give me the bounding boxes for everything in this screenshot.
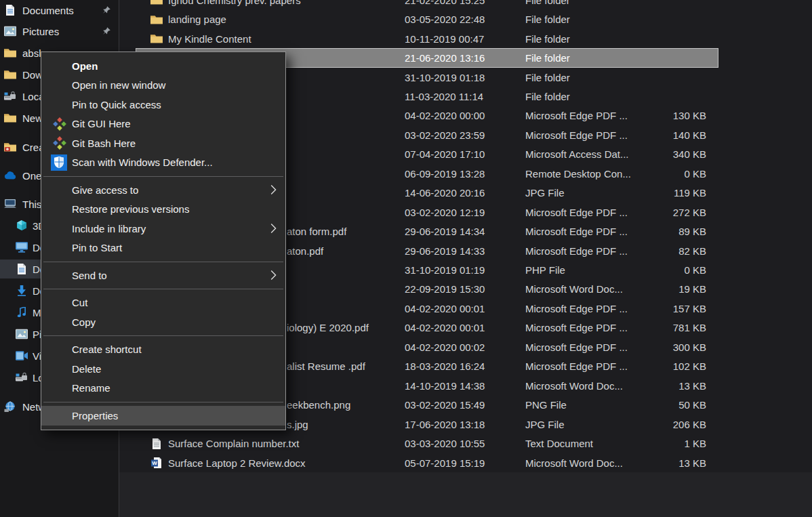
sidebar-item-label: Pictures [22,26,59,37]
file-name: aton.pdf [287,241,323,260]
file-date-modified: 07-04-2020 17:10 [405,145,485,164]
file-type: Microsoft Edge PDF ... [525,106,628,125]
word-icon: W [150,453,164,472]
folder-icon [150,9,164,28]
menu-item-label: Cut [72,297,87,308]
menu-item-restore-previous-versions[interactable]: Restore previous versions [41,200,285,220]
file-size: 1 KB [641,434,706,453]
file-date-modified: 04-02-2020 00:01 [405,318,485,337]
menu-item-git-bash-here[interactable]: Git Bash Here [41,133,285,153]
file-date-modified: 14-10-2019 14:38 [405,376,485,395]
file-date-modified: 04-02-2020 00:02 [405,337,485,356]
chevron-right-icon [270,184,277,195]
menu-separator [41,332,285,340]
sidebar-item-label: Dow [22,69,43,81]
video-icon [15,349,28,363]
file-type: PHP File [525,260,565,279]
file-row[interactable]: Ignou Chemistry prev. papers21-02-2020 1… [119,0,812,9]
file-name: aton form.pdf [287,222,346,241]
this-pc-icon [3,197,17,211]
menu-item-label: Properties [72,410,118,421]
menu-item-label: Pin to Start [72,242,122,253]
file-date-modified: 11-03-2020 11:14 [405,87,483,106]
file-size: 340 KB [641,145,706,164]
file-name: Surface Complain number.txt [168,434,299,453]
file-date-modified: 03-02-2020 15:49 [405,395,485,414]
file-name: My Kindle Content [168,29,251,48]
pin-icon [102,5,111,15]
menu-item-create-shortcut[interactable]: Create shortcut [41,340,285,360]
menu-item-label: Pin to Quick access [72,99,161,110]
menu-separator [41,398,285,406]
menu-item-label: Rename [72,382,110,394]
menu-item-send-to[interactable]: Send to [41,266,285,285]
file-type: Text Document [525,434,593,453]
file-date-modified: 03-05-2020 22:48 [405,9,485,28]
menu-item-delete[interactable]: Delete [41,359,285,379]
file-type: Microsoft Edge PDF ... [525,222,628,241]
file-date-modified: 04-02-2020 00:01 [405,299,485,318]
menu-item-copy[interactable]: Copy [41,312,285,332]
file-name: Surface Laptop 2 Review.docx [168,453,306,472]
file-type: Microsoft Word Doc... [525,280,623,299]
menu-item-label: Scan with Windows Defender... [72,157,213,168]
menu-item-open-in-new-window[interactable]: Open in new window [41,76,285,96]
menu-item-scan-with-windows-defender[interactable]: Scan with Windows Defender... [41,153,285,173]
menu-item-label: Delete [72,363,101,375]
menu-item-label: Copy [72,316,96,328]
folder-icon [3,111,17,125]
menu-item-git-gui-here[interactable]: Git GUI Here [41,115,285,134]
menu-item-properties[interactable]: Properties [41,406,285,426]
menu-item-label: Include in library [72,223,146,234]
file-type: Microsoft Edge PDF ... [525,203,628,222]
file-type: File folder [525,9,570,28]
chevron-right-icon [270,270,277,281]
file-size: 13 KB [641,453,706,472]
file-size: 13 KB [641,376,706,395]
menu-item-include-in-library[interactable]: Include in library [41,219,285,239]
pictures-icon [3,24,17,38]
menu-item-label: Give access to [72,184,138,196]
file-date-modified: 06-09-2019 13:28 [405,164,485,183]
file-row[interactable]: landing page03-05-2020 22:48File folder [119,9,812,28]
menu-item-pin-to-quick-access[interactable]: Pin to Quick access [41,95,285,115]
documents-icon [15,262,28,276]
file-type: File folder [525,48,570,67]
folder-badge-icon [3,140,17,154]
file-name: alist Resume .pdf [287,357,365,376]
file-date-modified: 03-02-2020 12:19 [405,203,485,222]
folder-icon [150,29,164,48]
file-date-modified: 21-06-2020 13:16 [405,48,485,67]
file-type: Microsoft Edge PDF ... [525,357,628,376]
svg-text:W: W [152,460,157,466]
menu-separator [41,257,285,266]
file-type: Microsoft Word Doc... [525,376,623,395]
menu-item-rename[interactable]: Rename [41,379,285,398]
menu-item-label: Restore previous versions [72,203,189,215]
file-size: 157 KB [641,299,706,318]
file-size: 206 KB [641,415,706,434]
menu-item-open[interactable]: Open [41,56,285,76]
file-row[interactable]: WSurface Laptop 2 Review.docx05-07-2019 … [119,453,812,472]
file-size: 82 KB [641,241,706,260]
file-type: Microsoft Edge PDF ... [525,299,628,318]
file-row[interactable]: My Kindle Content10-11-2019 00:47File fo… [119,29,812,48]
menu-item-give-access-to[interactable]: Give access to [41,180,285,200]
sidebar-item-label: Documents [22,5,74,16]
sidebar-item-documents-pinned[interactable]: Documents [0,1,119,20]
sidebar-item-pictures-pinned[interactable]: Pictures [0,22,119,41]
menu-separator [41,285,285,293]
desktop-icon [15,241,28,254]
music-note-icon [15,306,28,319]
file-size: 19 KB [641,280,706,299]
menu-item-label: Open [72,60,98,72]
file-size: 89 KB [641,222,706,241]
folder-icon [3,68,17,81]
menu-item-pin-to-start[interactable]: Pin to Start [41,239,285,258]
file-row[interactable]: Surface Complain number.txt03-03-2020 10… [119,434,812,453]
context-menu: OpenOpen in new windowPin to Quick acces… [41,51,286,430]
file-type: File folder [525,29,570,48]
menu-item-cut[interactable]: Cut [41,293,285,313]
file-type: File folder [525,68,570,87]
cube-icon [15,219,28,232]
